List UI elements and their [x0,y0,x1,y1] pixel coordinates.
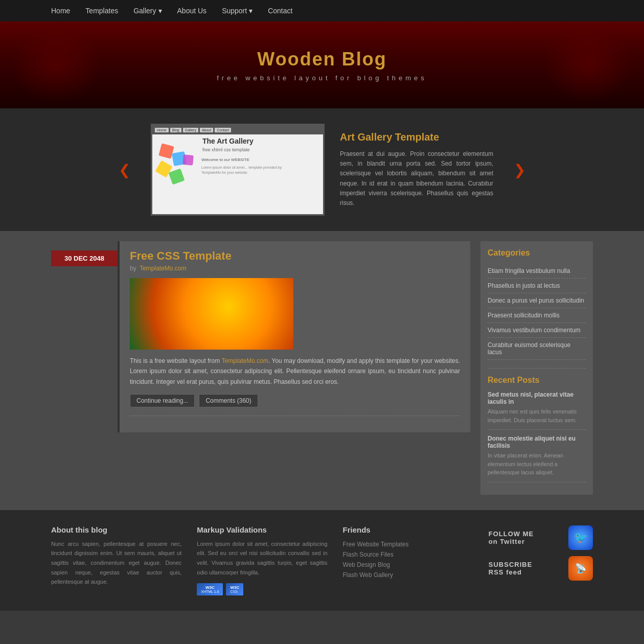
twitter-row: FOLLOW ME on Twitter 🐦 [489,525,593,550]
recent-post-item: Donec molestie aliquet nisi eu facilisis… [488,435,586,482]
templatemo-link[interactable]: TemplateMo.com [222,357,268,364]
xhtml-badge: W3C XHTML 1.0 [197,583,223,595]
category-item[interactable]: Donec a purus vel purus sollicitudin [488,293,586,308]
recent-post-title[interactable]: Sed metus nisl, placerat vitae iaculis i… [488,391,586,405]
puzzle-art [155,142,196,188]
friends-list: Free Website Templates Flash Source File… [343,539,473,580]
category-item[interactable]: Phasellus in justo at lectus [488,279,586,293]
footer-about-text: Nunc arcu sapien, pellentesque at posuer… [51,539,181,587]
chevron-down-icon: ▾ [158,7,162,15]
friend-item[interactable]: Free Website Templates [343,539,473,549]
friend-item[interactable]: Web Design Blog [343,560,473,570]
post-title: Free CSS Template [130,249,460,263]
footer: About this blog Nunc arcu sapien, pellen… [0,510,644,611]
slider-next-arrow[interactable]: ❯ [514,162,525,178]
recent-post-excerpt: Aliquam nec est quis felis venenatis imp… [488,407,586,424]
post-date: 30 DEC 2048 [51,250,118,266]
category-item[interactable]: Vivamus vestibulum condimentum [488,323,586,338]
footer-about: About this blog Nunc arcu sapien, pellen… [51,525,181,596]
mock-nav-blog: Blog [170,128,181,132]
css-badge: W3C CSS [226,583,243,595]
categories-title: Categories [488,248,586,258]
follow-label-line1: FOLLOW ME [489,530,534,538]
sidebar: Categories Etiam fringilla vestibulum nu… [480,241,593,495]
slider-content: Home Blog Gallery About Contact [151,124,493,216]
content-area: 30 DEC 2048 Free CSS Template by Templat… [51,241,593,495]
site-header: Wooden Blog free website layout for blog… [0,21,644,108]
subscribe-label-line2: RSS feed [489,568,533,576]
mock-welcome: Welcome to our WEBSITE [201,157,319,162]
follow-label-line2: on Twitter [489,538,534,545]
friend-item[interactable]: Flash Source Files [343,549,473,560]
twitter-icon[interactable]: 🐦 [568,525,593,550]
continue-reading-button[interactable]: Continue reading... [130,394,195,407]
nav-templates[interactable]: Templates [85,7,118,15]
mock-nav-contact: Contact [215,128,231,132]
post-image [130,278,293,350]
recent-posts-title: Recent Posts [488,376,586,385]
orange-image [130,278,293,350]
post-wrapper: 30 DEC 2048 Free CSS Template by Templat… [51,241,470,432]
nav-support[interactable]: Support ▾ [222,7,252,15]
category-item[interactable]: Curabitur euismod scelerisque lacus [488,338,586,360]
comments-button[interactable]: Comments (360) [199,394,258,407]
post-divider [130,416,460,416]
post-byline: by TemplateMo.com [130,265,460,272]
slider-title: Art Gallery Template [340,131,493,143]
rss-icon[interactable]: 📡 [568,556,593,581]
sidebar-divider [488,368,586,369]
slider-prev-arrow[interactable]: ❮ [119,162,130,178]
footer-badges: W3C XHTML 1.0 W3C CSS [197,583,327,595]
navigation: Home Templates Gallery ▾ About Us Suppor… [0,0,644,21]
slider-image: Home Blog Gallery About Contact [151,124,325,216]
nav-contact[interactable]: Contact [268,7,292,15]
subscribe-label-line1: SUBSCRIBE [489,561,533,568]
recent-post-excerpt: In vitae placerat enim. Aenean elementum… [488,451,586,477]
nav-home[interactable]: Home [51,7,70,15]
footer-markup-title: Markup Validations [197,525,327,534]
site-subtitle: free website layout for blog themes [217,74,427,82]
categories-list: Etiam fringilla vestibulum nulla Phasell… [488,264,586,360]
mock-nav-home: Home [155,128,169,132]
post-box: Free CSS Template by TemplateMo.com This… [118,241,470,432]
footer-markup: Markup Validations Lorem ipsum dolor sit… [197,525,327,596]
friend-item[interactable]: Flash Web Gallery [343,570,473,580]
footer-friends-title: Friends [343,525,473,534]
category-item[interactable]: Etiam fringilla vestibulum nulla [488,264,586,279]
post-actions: Continue reading... Comments (360) [130,394,460,407]
slider-section: ❮ Home Blog Gallery About Contact [0,108,644,231]
rss-row: SUBSCRIBE RSS feed 📡 [489,556,593,581]
recent-post-title[interactable]: Donec molestie aliquet nisi eu facilisis [488,435,586,449]
nav-about[interactable]: About Us [177,7,207,15]
footer-about-title: About this blog [51,525,181,534]
chevron-down-icon: ▾ [249,7,252,15]
mock-nav-gallery: Gallery [183,128,198,132]
site-title: Wooden Blog [257,49,386,70]
slider-text: Art Gallery Template Praesent at dui aug… [340,131,493,208]
footer-friends: Friends Free Website Templates Flash Sou… [343,525,473,596]
post-text: This is a free website layout from Templ… [130,356,460,387]
nav-gallery[interactable]: Gallery ▾ [133,7,162,15]
slider-body: Praesent at dui augue. Proin consectetur… [340,149,493,208]
mock-nav-about: About [200,128,213,132]
mock-body-text: Lorem ipsum dolor sit amet... template p… [201,165,319,175]
mock-gallery-title: The Art Gallery free xhtml css template [202,137,319,152]
posts-column: 30 DEC 2048 Free CSS Template by Templat… [51,241,470,495]
category-item[interactable]: Praesent sollicitudin mollis [488,308,586,323]
footer-markup-text: Lorem ipsum dolor sit amet, consectetur … [197,539,327,578]
footer-social: FOLLOW ME on Twitter 🐦 SUBSCRIBE RSS fee… [489,525,593,596]
recent-post-item: Sed metus nisl, placerat vitae iaculis i… [488,391,586,430]
main-wrapper: 30 DEC 2048 Free CSS Template by Templat… [0,231,644,510]
post-author-link[interactable]: TemplateMo.com [140,265,186,272]
